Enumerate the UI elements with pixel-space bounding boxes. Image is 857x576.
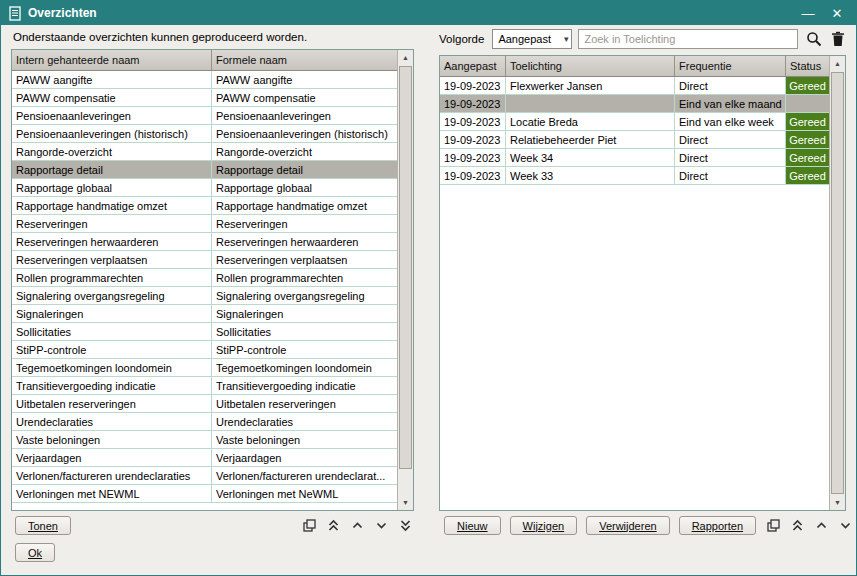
table-row[interactable]: PensioenaanleveringenPensioenaanlevering… xyxy=(12,107,397,125)
move-down-button[interactable] xyxy=(837,517,854,534)
left-scrollbar[interactable]: ▲ ▼ xyxy=(397,50,413,510)
scrollbar-thumb[interactable] xyxy=(831,72,844,494)
cell-formele-naam: Transitievergoeding indicatie xyxy=(212,377,397,394)
cell-status: Gereed xyxy=(786,167,829,184)
search-icon xyxy=(806,31,822,47)
table-row[interactable]: UrendeclaratiesUrendeclaraties xyxy=(12,413,397,431)
scroll-up-icon[interactable]: ▲ xyxy=(830,56,845,71)
scroll-down-icon[interactable]: ▼ xyxy=(398,495,413,510)
intro-text: Onderstaande overzichten kunnen geproduc… xyxy=(13,31,307,43)
move-up-button[interactable] xyxy=(349,517,366,534)
cell-formele-naam: Rapportage globaal xyxy=(212,179,397,196)
tonen-button[interactable]: Tonen xyxy=(15,516,71,535)
scrollbar-track[interactable] xyxy=(398,65,413,495)
table-row[interactable]: 19-09-2023Week 34DirectGereed xyxy=(440,149,829,167)
table-row[interactable]: 19-09-2023Locatie BredaEind van elke wee… xyxy=(440,113,829,131)
cell-intern-naam: Rapportage handmatige omzet xyxy=(12,197,212,214)
double-chevron-up-icon xyxy=(791,519,804,532)
window-title: Overzichten xyxy=(28,6,790,20)
cell-intern-naam: Sollicitaties xyxy=(12,323,212,340)
cell-formele-naam: Sollicitaties xyxy=(212,323,397,340)
table-row[interactable]: VerjaardagenVerjaardagen xyxy=(12,449,397,467)
close-button[interactable]: ✕ xyxy=(826,6,848,21)
cell-intern-naam: Tegemoetkomingen loondomein xyxy=(12,359,212,376)
report-icon xyxy=(9,6,21,21)
search-button[interactable] xyxy=(805,31,822,48)
wijzigen-button[interactable]: Wijzigen xyxy=(510,516,578,535)
column-header-toelichting[interactable]: Toelichting xyxy=(506,56,675,76)
table-row[interactable]: Transitievergoeding indicatieTransitieve… xyxy=(12,377,397,395)
cell-formele-naam: Rapportage handmatige omzet xyxy=(212,197,397,214)
cell-intern-naam: Verjaardagen xyxy=(12,449,212,466)
copy-button[interactable] xyxy=(301,517,318,534)
table-row[interactable]: Verloningen met NEWMLVerloningen met NeW… xyxy=(12,485,397,503)
table-row[interactable]: Vaste beloningenVaste beloningen xyxy=(12,431,397,449)
cell-intern-naam: Pensioenaanleveringen xyxy=(12,107,212,124)
left-icon-group xyxy=(301,517,414,534)
table-row[interactable]: StiPP-controleStiPP-controle xyxy=(12,341,397,359)
rapporten-button[interactable]: Rapporten xyxy=(679,516,756,535)
table-row[interactable]: 19-09-2023Relatiebeheerder PietDirectGer… xyxy=(440,131,829,149)
copy-button[interactable] xyxy=(765,517,782,534)
table-row[interactable]: Rangorde-overzichtRangorde-overzicht xyxy=(12,143,397,161)
cell-intern-naam: Rangorde-overzicht xyxy=(12,143,212,160)
table-row[interactable]: PAWW aangiftePAWW aangifte xyxy=(12,71,397,89)
cell-formele-naam: Reserveringen verplaatsen xyxy=(212,251,397,268)
table-row[interactable]: Rapportage handmatige omzetRapportage ha… xyxy=(12,197,397,215)
column-header-aangepast[interactable]: Aangepast xyxy=(440,56,506,76)
scrollbar-thumb[interactable] xyxy=(399,66,412,469)
verwijderen-button[interactable]: Verwijderen xyxy=(586,516,669,535)
move-bottom-button[interactable] xyxy=(397,517,414,534)
right-scrollbar[interactable]: ▲ ▼ xyxy=(829,56,845,510)
table-row[interactable]: SignaleringenSignaleringen xyxy=(12,305,397,323)
ok-button[interactable]: Ok xyxy=(15,543,55,562)
table-row[interactable]: Signalering overgangsregelingSignalering… xyxy=(12,287,397,305)
table-row[interactable]: 19-09-2023Flexwerker JansenDirectGereed xyxy=(440,77,829,95)
table-row[interactable]: SollicitatiesSollicitaties xyxy=(12,323,397,341)
table-row[interactable]: Verlonen/factureren urendeclaratiesVerlo… xyxy=(12,467,397,485)
column-header-frequentie[interactable]: Frequentie xyxy=(675,56,786,76)
cell-intern-naam: StiPP-controle xyxy=(12,341,212,358)
move-top-button[interactable] xyxy=(325,517,342,534)
titlebar[interactable]: Overzichten — ✕ xyxy=(1,1,856,25)
table-row[interactable]: Tegemoetkomingen loondomeinTegemoetkomin… xyxy=(12,359,397,377)
right-toolbar: Volgorde Aangepast ▾ xyxy=(439,28,846,50)
table-row[interactable]: Rapportage detailRapportage detail xyxy=(12,161,397,179)
left-table-body: PAWW aangiftePAWW aangiftePAWW compensat… xyxy=(12,71,397,510)
minimize-button[interactable]: — xyxy=(797,6,819,21)
cell-aangepast: 19-09-2023 xyxy=(440,113,506,130)
table-row[interactable]: PAWW compensatiePAWW compensatie xyxy=(12,89,397,107)
move-up-button[interactable] xyxy=(813,517,830,534)
scrollbar-track[interactable] xyxy=(830,71,845,495)
table-row[interactable]: 19-09-2023Eind van elke maand xyxy=(440,95,829,113)
table-row[interactable]: Reserveringen herwaarderenReserveringen … xyxy=(12,233,397,251)
cell-formele-naam: PAWW compensatie xyxy=(212,89,397,106)
cell-aangepast: 19-09-2023 xyxy=(440,149,506,166)
table-row[interactable]: 19-09-2023Week 33DirectGereed xyxy=(440,167,829,185)
table-row[interactable]: Pensioenaanleveringen (historisch)Pensio… xyxy=(12,125,397,143)
table-row[interactable]: Uitbetalen reserveringenUitbetalen reser… xyxy=(12,395,397,413)
table-row[interactable]: Rapportage globaalRapportage globaal xyxy=(12,179,397,197)
overzichten-table: Intern gehanteerde naam Formele naam PAW… xyxy=(11,49,414,511)
search-input[interactable] xyxy=(578,29,798,49)
cell-intern-naam: Rollen programmarechten xyxy=(12,269,212,286)
column-header-status[interactable]: Status xyxy=(786,56,829,76)
move-top-button[interactable] xyxy=(789,517,806,534)
delete-button[interactable] xyxy=(829,31,846,48)
cell-frequentie: Eind van elke week xyxy=(675,113,786,130)
cell-formele-naam: Pensioenaanleveringen xyxy=(212,107,397,124)
scroll-down-icon[interactable]: ▼ xyxy=(830,495,845,510)
nieuw-button[interactable]: Nieuw xyxy=(444,516,501,535)
cell-intern-naam: Uitbetalen reserveringen xyxy=(12,395,212,412)
column-header-formele-naam[interactable]: Formele naam xyxy=(212,50,397,70)
table-row[interactable]: Rollen programmarechtenRollen programmar… xyxy=(12,269,397,287)
table-row[interactable]: ReserveringenReserveringen xyxy=(12,215,397,233)
copy-icon xyxy=(303,519,316,532)
volgorde-select[interactable]: Aangepast ▾ xyxy=(492,29,572,49)
move-down-button[interactable] xyxy=(373,517,390,534)
cell-frequentie: Direct xyxy=(675,131,786,148)
cell-formele-naam: Rapportage detail xyxy=(212,161,397,178)
column-header-intern-naam[interactable]: Intern gehanteerde naam xyxy=(12,50,212,70)
table-row[interactable]: Reserveringen verplaatsenReserveringen v… xyxy=(12,251,397,269)
scroll-up-icon[interactable]: ▲ xyxy=(398,50,413,65)
